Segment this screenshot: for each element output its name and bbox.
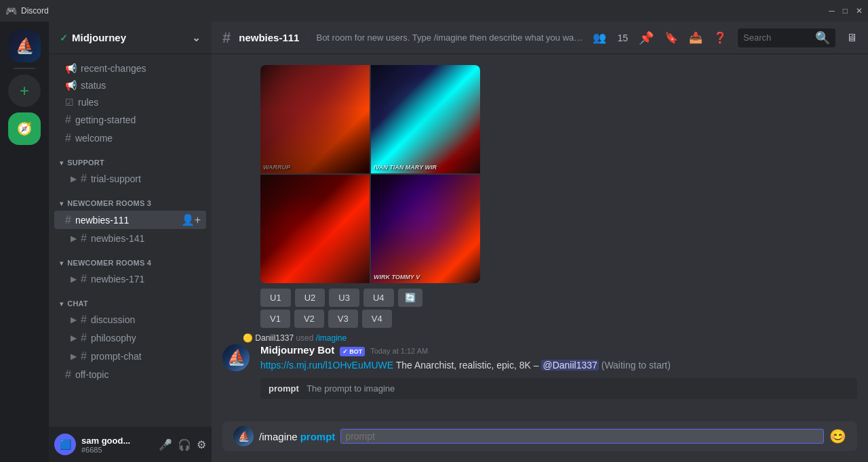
channel-philosophy[interactable]: ▶ # philosophy	[54, 329, 206, 347]
titlebar-title: 🎮 Discord	[5, 5, 49, 16]
message-body: The Anarchist, realistic, epic, 8K –	[396, 360, 542, 371]
hash-icon: #	[81, 273, 87, 285]
search-box[interactable]: 🔍	[738, 28, 835, 47]
channel-recent-changes[interactable]: 📢 recent-changes	[54, 60, 206, 77]
explore-icon[interactable]: 🧭	[8, 112, 41, 145]
input-bot-avatar: ⛵	[233, 426, 254, 446]
channel-prompt-chat[interactable]: ▶ # prompt-chat	[54, 348, 206, 365]
channel-label: philosophy	[91, 333, 136, 343]
used-command[interactable]: /imagine	[316, 333, 347, 343]
user-tag: #6685	[81, 446, 153, 454]
server-header[interactable]: ✓ Midjourney ⌄	[49, 22, 212, 54]
channel-getting-started[interactable]: # getting-started	[54, 111, 206, 129]
maximize-button[interactable]: □	[843, 6, 848, 16]
add-user-icon[interactable]: 👤+	[181, 213, 201, 226]
message-input-wrapper: ⛵ /imagine prompt 😊	[222, 421, 857, 451]
bot-message: ⛵ Midjourney Bot ✓ BOT Today at 1:12 AM …	[222, 344, 857, 399]
used-action: used	[296, 333, 313, 343]
channel-newbies-171[interactable]: ▶ # newbies-171	[54, 270, 206, 288]
prompt-input[interactable]	[340, 429, 824, 444]
channel-status[interactable]: 📢 status	[54, 77, 206, 93]
headphone-icon[interactable]: 🎧	[178, 438, 191, 451]
image-cell-3[interactable]	[260, 175, 370, 283]
chevron-icon: ▾	[60, 159, 63, 167]
pin2-icon[interactable]: 🔖	[665, 31, 678, 44]
search-icon: 🔍	[815, 30, 830, 45]
search-input[interactable]	[743, 33, 812, 43]
midjourney-bot-avatar: ⛵	[222, 344, 250, 371]
member-count: 15	[617, 33, 628, 43]
emoji-button[interactable]: 😊	[829, 428, 846, 444]
username: sam good...	[81, 436, 153, 446]
channel-newbies-141[interactable]: ▶ # newbies-141	[54, 230, 206, 247]
channel-label: discussion	[91, 314, 135, 325]
section-newcomer-4[interactable]: ▾ NEWCOMER ROOMS 4	[49, 248, 212, 270]
help-icon[interactable]: ❓	[713, 31, 727, 44]
message-link[interactable]: https://s.mj.run/l1OHvEuMUWE	[260, 360, 393, 371]
image-section: WARRUP IVAN TIAN MARY WIR WIRK TOMMY V U…	[260, 65, 857, 328]
u1-button[interactable]: U1	[260, 289, 291, 307]
channel-discussion[interactable]: ▶ # discussion	[54, 311, 206, 329]
action-buttons-row2: V1 V2 V3 V4	[260, 310, 857, 328]
channel-hash-icon: #	[222, 29, 231, 47]
channel-off-topic[interactable]: # off-topic	[54, 366, 206, 383]
v3-button[interactable]: V3	[328, 310, 358, 328]
image-cell-2[interactable]: IVAN TIAN MARY WIR	[371, 65, 480, 173]
bot-author-name: Midjourney Bot	[260, 344, 334, 356]
image-label-4: WIRK TOMMY V	[374, 274, 420, 280]
pin-icon[interactable]: 📌	[639, 30, 654, 45]
midjourney-server-icon[interactable]: ⛵	[8, 30, 41, 62]
minimize-button[interactable]: ─	[829, 6, 835, 16]
slash-command-label: /imagine	[259, 431, 298, 442]
v4-button[interactable]: V4	[362, 310, 392, 328]
u2-button[interactable]: U2	[295, 289, 326, 307]
titlebar-controls[interactable]: ─ □ ✕	[829, 6, 863, 16]
close-button[interactable]: ✕	[856, 6, 863, 16]
channel-label: status	[81, 80, 106, 91]
user-avatar: 🟦	[54, 434, 76, 455]
refresh-button[interactable]: 🔄	[398, 289, 422, 307]
channel-label: off-topic	[75, 369, 109, 380]
new-group-icon[interactable]: 🖥	[846, 32, 857, 44]
section-support[interactable]: ▾ SUPPORT	[49, 148, 212, 169]
section-chat[interactable]: ▾ CHAT	[49, 289, 212, 310]
channel-trial-support[interactable]: ▶ # trial-support	[54, 170, 206, 188]
u4-button[interactable]: U4	[363, 289, 394, 307]
channel-welcome[interactable]: # welcome	[54, 129, 206, 147]
command-name-label: prompt	[300, 431, 336, 442]
channel-header-description: Bot room for new users. Type /imagine th…	[316, 33, 585, 43]
announce-icon: 📢	[65, 63, 77, 74]
collapse-icon: ▶	[71, 234, 77, 243]
v2-button[interactable]: V2	[294, 310, 324, 328]
chevron-down-icon: ⌄	[192, 32, 201, 44]
check-icon: ☑	[65, 97, 74, 108]
channel-sidebar: ✓ Midjourney ⌄ 📢 recent-changes 📢 status…	[49, 22, 212, 462]
prompt-popup: prompt The prompt to imagine	[260, 378, 857, 399]
message-header: Midjourney Bot ✓ BOT Today at 1:12 AM	[260, 344, 857, 356]
add-server-button[interactable]: +	[8, 75, 41, 107]
image-cell-4[interactable]: WIRK TOMMY V	[371, 175, 480, 283]
chevron-icon: ▾	[60, 300, 63, 308]
header-divider	[307, 31, 308, 45]
user-controls[interactable]: 🎤 🎧 ⚙	[159, 438, 206, 451]
channel-newbies-111[interactable]: # newbies-111 👤+	[54, 211, 206, 229]
channel-label: getting-started	[75, 114, 136, 125]
section-newcomer-3[interactable]: ▾ NEWCOMER ROOMS 3	[49, 188, 212, 210]
image-cell-1[interactable]: WARRUP	[260, 65, 370, 173]
collapse-icon: ▶	[71, 315, 77, 324]
channel-label: recent-changes	[81, 63, 146, 74]
messages-area: WARRUP IVAN TIAN MARY WIR WIRK TOMMY V U…	[212, 54, 868, 421]
message-mention[interactable]: @Daniil1337	[541, 360, 598, 371]
v1-button[interactable]: V1	[260, 310, 290, 328]
inbox-icon[interactable]: 📥	[689, 31, 703, 44]
channel-rules[interactable]: ☑ rules	[54, 94, 206, 110]
settings-icon[interactable]: ⚙	[197, 438, 206, 451]
chevron-icon: ▾	[60, 259, 63, 267]
waiting-text: (Waiting to start)	[601, 360, 671, 371]
members-icon[interactable]: 👥	[593, 31, 606, 44]
prompt-description: The prompt to imagine	[307, 383, 395, 394]
u3-button[interactable]: U3	[329, 289, 359, 307]
microphone-icon[interactable]: 🎤	[159, 438, 172, 451]
server-divider	[14, 68, 35, 69]
used-message: 🟡 Daniil1337 used /imagine	[222, 333, 857, 343]
